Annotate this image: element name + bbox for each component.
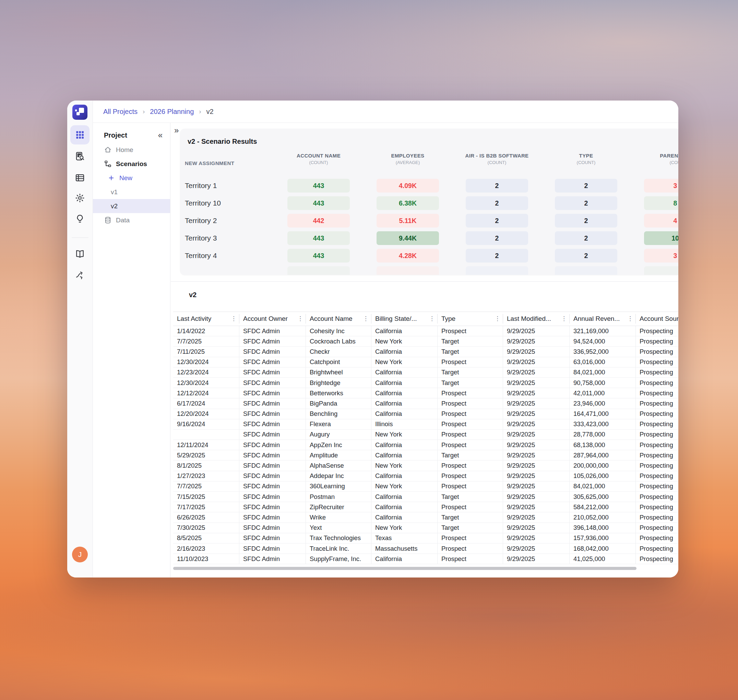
sidebar-item-scenarios[interactable]: Scenarios	[93, 157, 170, 171]
book-icon[interactable]	[70, 244, 89, 263]
table-cell: SFDC Admin	[239, 440, 305, 450]
table-cell: Augury	[305, 429, 371, 440]
table-cell: Prospect	[437, 460, 503, 471]
table-cell: Checkr	[305, 347, 371, 356]
metric-cell: 3	[644, 249, 678, 263]
chevron-right-icon: ›	[199, 108, 201, 115]
table-cell: 584,212,000	[569, 502, 635, 512]
table-row[interactable]: 7/11/2025SFDC AdminCheckrCaliforniaTarge…	[173, 347, 678, 357]
column-header-billing-state[interactable]: Billing State/...⋮	[371, 314, 437, 324]
table-cell: Prospecting	[635, 347, 678, 356]
column-aggregation: (AVERAGE)	[367, 160, 449, 165]
table-cell: 168,042,000	[569, 544, 635, 553]
column-menu-icon[interactable]: ⋮	[494, 317, 499, 321]
table-cell: ZipRecruiter	[305, 502, 371, 512]
table-row[interactable]: 7/7/2025SFDC Admin360LearningNew YorkPro…	[173, 481, 678, 492]
table-row[interactable]: 7/15/2025SFDC AdminPostmanCaliforniaTarg…	[173, 492, 678, 502]
table-cell: 9/29/2025	[503, 440, 569, 450]
table-row[interactable]: 11/10/2023SFDC AdminSupplyFrame, Inc.Cal…	[173, 554, 678, 564]
column-menu-icon[interactable]: ⋮	[297, 317, 302, 321]
share-route-icon[interactable]	[70, 265, 89, 284]
table-row[interactable]: 2/16/2023SFDC AdminTraceLink Inc.Massach…	[173, 544, 678, 554]
table-cell: 9/29/2025	[503, 450, 569, 460]
table-cell: Betterworks	[305, 388, 371, 398]
table-row[interactable]: 7/17/2025SFDC AdminZipRecruiterCaliforni…	[173, 502, 678, 512]
table-cell: 84,021,000	[569, 368, 635, 378]
project-panel: Project « HomeScenariosNewv1v2Data	[93, 123, 170, 578]
lightbulb-icon[interactable]	[70, 209, 89, 228]
table-row[interactable]: 12/12/2024SFDC AdminBetterworksCaliforni…	[173, 388, 678, 399]
table-row[interactable]: 7/7/2025SFDC AdminCockroach LabsNew York…	[173, 336, 678, 347]
sidebar-item-v1[interactable]: v1	[93, 185, 170, 199]
column-header-label: Type	[442, 315, 455, 322]
table-row[interactable]: SFDC AdminAuguryNew YorkProspect9/29/202…	[173, 429, 678, 440]
table-row[interactable]: 8/5/2025SFDC AdminTrax TechnologiesTexas…	[173, 533, 678, 544]
table-cell: 305,625,000	[569, 492, 635, 501]
app-window: J All Projects›2026 Planning›v2 Project …	[67, 100, 678, 578]
column-header-annual-reven[interactable]: Annual Reven...⋮	[569, 314, 635, 324]
column-menu-icon[interactable]: ⋮	[627, 317, 632, 321]
chevrons-right-icon[interactable]: »	[174, 126, 179, 134]
table-row[interactable]: 1/27/2023SFDC AdminAddepar IncCalifornia…	[173, 471, 678, 481]
table-row[interactable]: 12/23/2024SFDC AdminBrightwheelCaliforni…	[173, 368, 678, 378]
column-header-account-owner[interactable]: Account Owner⋮	[239, 314, 305, 324]
table-cell: 12/23/2024	[173, 368, 239, 378]
table-cell: 6/26/2025	[173, 512, 239, 522]
table-row[interactable]: 6/17/2024SFDC AdminBigPandaCaliforniaPro…	[173, 399, 678, 409]
table-icon[interactable]	[70, 168, 89, 187]
table-row[interactable]: 12/30/2024SFDC AdminCatchpointNew YorkPr…	[173, 357, 678, 368]
column-menu-icon[interactable]: ⋮	[429, 317, 434, 321]
scenario-column-header: AIR - IS B2B SOFTWARE(COUNT)	[456, 153, 538, 165]
sidebar-item-home[interactable]: Home	[93, 143, 170, 157]
column-header-type[interactable]: Type⋮	[437, 314, 503, 324]
grid-icon[interactable]	[70, 125, 89, 144]
scenario-column-header: PARENT AC(COU	[634, 153, 678, 165]
gear-icon[interactable]	[70, 188, 89, 207]
breadcrumb-item[interactable]: All Projects	[103, 108, 138, 116]
table-cell: 164,471,000	[569, 409, 635, 419]
table-row[interactable]: 12/20/2024SFDC AdminBenchlingCaliforniaP…	[173, 409, 678, 419]
table-cell: 105,026,000	[569, 471, 635, 481]
report-search-icon[interactable]	[70, 147, 89, 166]
table-row[interactable]: 12/11/2024SFDC AdminAppZen IncCalifornia…	[173, 440, 678, 450]
app-logo[interactable]	[72, 104, 88, 120]
column-header-last-modified[interactable]: Last Modified...⋮	[503, 314, 569, 324]
table-cell: Amplitude	[305, 450, 371, 460]
table-row[interactable]: 7/30/2025SFDC AdminYextNew YorkTarget9/2…	[173, 523, 678, 533]
horizontal-scrollbar[interactable]	[173, 567, 637, 570]
sidebar-item-new[interactable]: New	[93, 171, 170, 185]
table-cell: Benchling	[305, 409, 371, 419]
table-row[interactable]: 5/29/2025SFDC AdminAmplitudeCaliforniaTa…	[173, 450, 678, 460]
user-avatar[interactable]: J	[72, 547, 88, 562]
table-cell: Postman	[305, 492, 371, 501]
column-header-account-name[interactable]: Account Name⋮	[305, 314, 371, 324]
column-header-account-sour[interactable]: Account Sour	[635, 314, 678, 324]
column-menu-icon[interactable]: ⋮	[231, 317, 236, 321]
table-row[interactable]: 9/16/2024SFDC AdminFlexeraIllinoisProspe…	[173, 419, 678, 429]
sidebar-item-v2[interactable]: v2	[93, 199, 170, 213]
table-cell: California	[371, 502, 437, 512]
table-cell: BigPanda	[305, 399, 371, 408]
sidebar-item-label: v2	[111, 203, 117, 210]
column-header-last-activity[interactable]: Last Activity⋮	[173, 314, 239, 324]
column-menu-icon[interactable]: ⋮	[561, 317, 566, 321]
table-row[interactable]: 8/1/2025SFDC AdminAlphaSenseNew YorkPros…	[173, 460, 678, 471]
table-row[interactable]: 12/30/2024SFDC AdminBrightedgeCalifornia…	[173, 378, 678, 388]
table-cell: SFDC Admin	[239, 388, 305, 398]
breadcrumb-item[interactable]: 2026 Planning	[150, 108, 194, 116]
sidebar-item-label: Scenarios	[116, 160, 147, 168]
table-cell: California	[371, 450, 437, 460]
sidebar-item-data[interactable]: Data	[93, 213, 170, 227]
table-row[interactable]: 6/26/2025SFDC AdminWrikeCaliforniaTarget…	[173, 512, 678, 523]
column-menu-icon[interactable]: ⋮	[363, 317, 368, 321]
table-row[interactable]: 1/14/2022SFDC AdminCohesity IncCaliforni…	[173, 326, 678, 336]
table-cell: Prospecting	[635, 502, 678, 512]
table-cell: 68,138,000	[569, 440, 635, 450]
chevrons-left-icon[interactable]: «	[158, 131, 163, 139]
scenario-column-header: EMPLOYEES(AVERAGE)	[367, 153, 449, 165]
table-cell: 1/14/2022	[173, 326, 239, 336]
table-cell: Prospecting	[635, 460, 678, 471]
table-cell: Trax Technologies	[305, 533, 371, 543]
table-cell: Brightwheel	[305, 368, 371, 378]
table-cell: Prospect	[437, 481, 503, 491]
